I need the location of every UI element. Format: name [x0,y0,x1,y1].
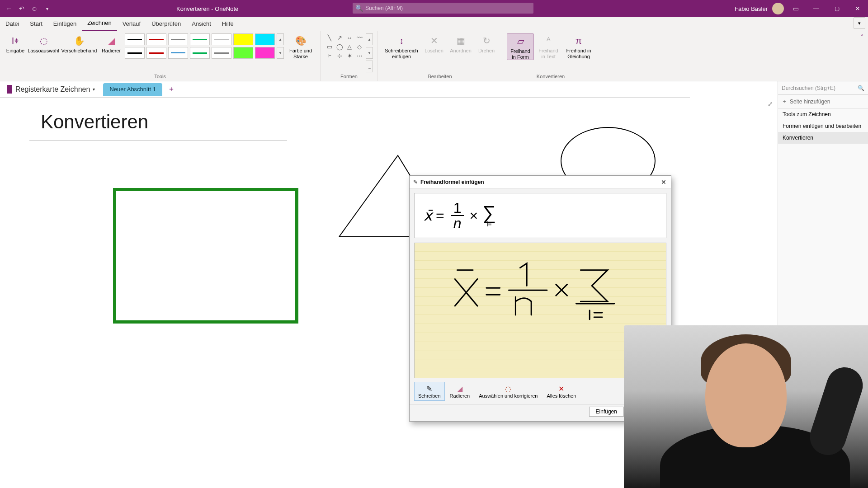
user-avatar[interactable] [772,3,784,14]
tool-erase[interactable]: ◢ Radieren [446,382,474,401]
arrange-icon: ▦ [454,34,467,47]
notebook-dropdown[interactable]: ▉ Registerkarte Zeichnen ▾ [3,85,99,94]
shape-rect[interactable]: ▭ [325,42,334,51]
ink-shape-icon: ▱ [514,35,527,47]
shapes-more-icon[interactable]: ⎯ [366,61,373,72]
page-title[interactable]: Konvertieren [41,111,148,133]
drawn-rectangle[interactable] [113,188,298,324]
shapes-down-icon[interactable]: ▼ [366,47,373,59]
tool-clear-all[interactable]: ✕ Alles löschen [542,382,580,401]
webcam-overlay [624,325,868,488]
color-thickness-button[interactable]: 🎨 Farbe und Stärke [286,33,316,59]
ink-to-math-button[interactable]: π Freihand in Gleichung [563,33,594,59]
lasso-button[interactable]: ◌ Lassoauswahl [28,33,59,54]
dialog-close-button[interactable]: ✕ [659,178,668,187]
pen-red[interactable] [146,33,166,45]
pen-blue[interactable] [168,47,188,59]
dialog-insert-button[interactable]: Einfügen [589,407,624,417]
shape-axis3[interactable]: ✶ [345,52,354,60]
tab-datei[interactable]: Datei [0,18,24,31]
clear-icon: ✕ [558,384,564,393]
notebook-name: Registerkarte Zeichnen [15,85,90,94]
page-item-1[interactable]: Formen einfügen und bearbeiten [778,120,868,132]
shape-triangle[interactable]: △ [345,42,354,51]
pen-red-thick[interactable] [146,47,166,59]
gallery-up-icon[interactable]: ▲ [277,33,284,45]
pen-silver[interactable] [212,33,231,45]
palette-icon: 🎨 [294,34,307,47]
cursor-text-icon: I⌖ [9,34,22,47]
search-icon: 🔍 [355,5,363,12]
nav-back-icon[interactable]: ← [5,5,13,12]
ink-to-text-button: ᴬ Freihand in Text [536,33,561,59]
tab-zeichnen[interactable]: Zeichnen [82,17,117,31]
close-window-button[interactable]: ✕ [847,0,868,17]
shape-line[interactable]: ╲ [325,33,334,42]
minimize-button[interactable]: — [806,0,826,17]
menu-bar: Datei Start Einfügen Zeichnen Verlauf Üb… [0,17,868,31]
search-icon: 🔍 [858,85,864,91]
notebook-icon: ▉ [7,85,13,94]
pen-black-thin[interactable] [125,33,145,45]
group-label-tools: Tools [154,73,166,80]
shape-axis[interactable]: ˫ [325,52,334,60]
eraser-button[interactable]: ◢ Radierer [99,33,123,54]
hand-icon: ✋ [73,34,85,47]
ribbon-display-icon[interactable]: ▭ [792,5,799,12]
tab-ueberpruefen[interactable]: Überprüfen [146,18,186,31]
shape-ellipse[interactable]: ◯ [335,42,344,51]
maximize-button[interactable]: ▢ [826,0,847,17]
tab-start[interactable]: Start [24,18,47,31]
shape-curve[interactable]: 〰 [355,33,364,42]
pen-gray-thick[interactable] [212,47,231,59]
shape-arrow[interactable]: ↗ [335,33,344,42]
pen-icon: ✎ [426,384,432,393]
undo-icon[interactable]: ↶ [18,5,25,12]
eingabe-button[interactable]: I⌖ Eingabe [5,33,26,54]
add-section-button[interactable]: ＋ [166,84,177,95]
mode-switch-button[interactable]: ▾ [854,17,865,29]
hl-yellow[interactable] [233,33,253,45]
pen-black-thick[interactable] [125,47,145,59]
shapes-up-icon[interactable]: ▲ [366,33,373,45]
shape-more[interactable]: ⋯ [355,52,364,60]
tab-verlauf[interactable]: Verlauf [117,18,146,31]
pen-gallery: ▲ ▼ [125,33,284,59]
pen-green[interactable] [190,33,210,45]
user-name[interactable]: Fabio Basler [735,5,768,12]
rotate-icon: ↻ [480,34,493,47]
page-search[interactable]: Durchsuchen (Strg+E) 🔍 [778,81,868,95]
hl-magenta[interactable] [255,47,275,59]
hl-cyan[interactable] [255,33,275,45]
qat-dropdown-icon[interactable]: ▾ [43,5,51,12]
search-input[interactable] [363,5,533,11]
tab-einfuegen[interactable]: Einfügen [48,18,82,31]
ink-math-icon: π [572,34,585,47]
add-page-button[interactable]: ＋ Seite hinzufügen [778,95,868,108]
chevron-down-icon: ▾ [93,87,95,92]
tab-hilfe[interactable]: Hilfe [217,18,239,31]
hl-green[interactable] [233,47,253,59]
search-box[interactable]: 🔍 [353,3,533,14]
arrange-button: ▦ Anordnen [448,33,474,54]
page-item-2[interactable]: Konvertieren [778,132,868,144]
page-item-0[interactable]: Tools zum Zeichnen [778,108,868,120]
shape-diamond[interactable]: ◇ [355,42,364,51]
shape-axis2[interactable]: ⊹ [335,52,344,60]
collapse-ribbon-icon[interactable]: ˄ [861,34,863,40]
group-label-bearbeiten: Bearbeiten [428,73,452,80]
tool-write[interactable]: ✎ Schreiben [414,382,445,401]
fullscreen-icon[interactable]: ⤢ [768,100,773,108]
shape-gallery: ╲ ↗ ↔ 〰 ▭ ◯ △ ◇ ˫ ⊹ ✶ ⋯ [325,33,364,60]
gallery-more-icon[interactable]: ▼ [277,47,284,59]
insert-space-button[interactable]: ↕ Schreibbereich einfügen [382,33,420,59]
shape-double-arrow[interactable]: ↔ [345,33,354,42]
tool-select-correct[interactable]: ◌ Auswählen und korrigieren [475,382,542,401]
ink-to-shape-button[interactable]: ▱ Freihand in Form [507,33,534,60]
pen-green-thick[interactable] [190,47,210,59]
tab-ansicht[interactable]: Ansicht [186,18,217,31]
hand-button[interactable]: ✋ Verschiebehand [61,33,98,54]
section-tab[interactable]: Neuer Abschnitt 1 [103,83,162,96]
pen-gray[interactable] [168,33,188,45]
emoji-icon[interactable]: ☺ [31,5,38,12]
